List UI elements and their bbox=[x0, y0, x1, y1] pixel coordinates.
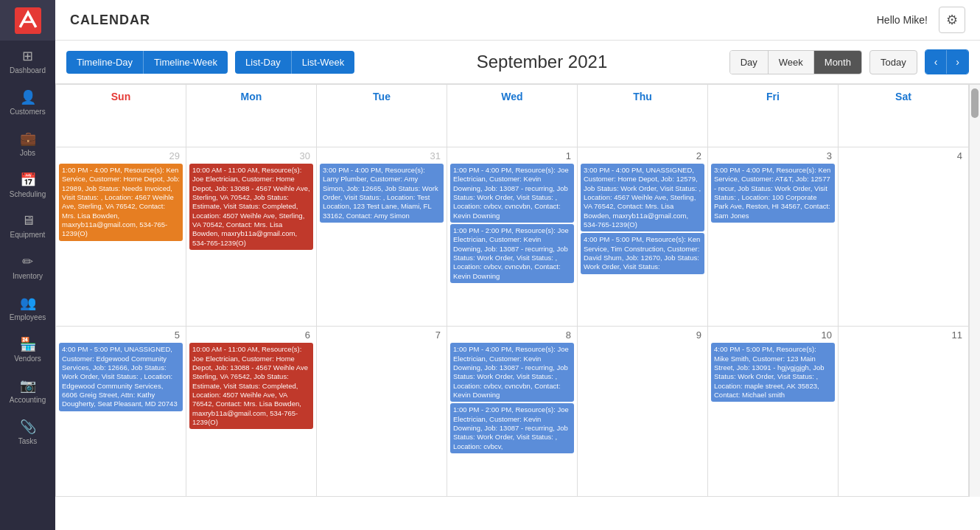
sidebar-item-jobs[interactable]: 💼 Jobs bbox=[0, 123, 55, 164]
next-button[interactable]: › bbox=[947, 50, 968, 74]
sidebar-label-accounting: Accounting bbox=[10, 396, 46, 404]
sidebar-label-dashboard: Dashboard bbox=[10, 66, 46, 74]
main-content: CALENDAR Hello Mike! ⚙ Timeline-Day Time… bbox=[55, 0, 980, 530]
list-week-button[interactable]: List-Week bbox=[292, 51, 355, 74]
event[interactable]: 10:00 AM - 11:00 AM, Resource(s): Joe El… bbox=[189, 164, 313, 250]
day-cell-1[interactable]: 1 1:00 PM - 4:00 PM, Resource(s): Joe El… bbox=[447, 147, 578, 327]
event[interactable]: 3:00 PM - 4:00 PM, UNASSIGNED, Customer:… bbox=[581, 164, 704, 231]
sidebar-label-tasks: Tasks bbox=[18, 437, 38, 445]
event[interactable]: 1:00 PM - 4:00 PM, Resource(s): Ken Serv… bbox=[59, 164, 183, 241]
employees-icon: 👥 bbox=[20, 295, 36, 311]
sidebar-item-employees[interactable]: 👥 Employees bbox=[0, 287, 55, 329]
day-cell-29[interactable]: 29 1:00 PM - 4:00 PM, Resource(s): Ken S… bbox=[56, 147, 186, 327]
day-num: 5 bbox=[59, 329, 183, 341]
day-header-tue: Tue bbox=[317, 85, 447, 147]
day-num: 8 bbox=[450, 329, 574, 341]
month-title: September 2021 bbox=[362, 52, 721, 72]
prev-button[interactable]: ‹ bbox=[925, 50, 948, 74]
day-cell-8[interactable]: 8 1:00 PM - 4:00 PM, Resource(s): Joe El… bbox=[447, 327, 578, 497]
day-cell-5[interactable]: 5 4:00 PM - 5:00 PM, UNASSIGNED, Custome… bbox=[56, 327, 186, 497]
day-num: 29 bbox=[59, 150, 183, 161]
timeline-week-button[interactable]: Timeline-Week bbox=[144, 51, 228, 74]
event[interactable]: 1:00 PM - 4:00 PM, Resource(s): Joe Elec… bbox=[450, 164, 574, 223]
header-right: Hello Mike! ⚙ bbox=[877, 7, 965, 33]
event[interactable]: 1:00 PM - 2:00 PM, Resource(s): Joe Elec… bbox=[450, 403, 574, 453]
day-header-sun: Sun bbox=[56, 85, 186, 147]
sidebar-label-inventory: Inventory bbox=[13, 272, 43, 280]
event[interactable]: 1:00 PM - 2:00 PM, Resource(s): Joe Elec… bbox=[450, 224, 574, 283]
day-header-thu: Thu bbox=[578, 85, 708, 147]
day-num: 1 bbox=[450, 150, 574, 161]
sidebar-item-customers[interactable]: 👤 Customers bbox=[0, 82, 55, 123]
day-num: 4 bbox=[841, 150, 965, 161]
day-num: 9 bbox=[581, 329, 704, 341]
day-num: 11 bbox=[841, 329, 965, 341]
sidebar-item-dashboard[interactable]: ⊞ Dashboard bbox=[0, 41, 55, 82]
equipment-icon: 🖥 bbox=[21, 213, 35, 229]
day-cell-7[interactable]: 7 bbox=[317, 327, 447, 497]
list-day-button[interactable]: List-Day bbox=[235, 51, 292, 74]
scrollbar[interactable] bbox=[969, 84, 980, 497]
day-cell-31[interactable]: 31 3:00 PM - 4:00 PM, Resource(s): Larry… bbox=[317, 147, 447, 327]
page-title: CALENDAR bbox=[70, 13, 150, 28]
day-cell-3[interactable]: 3 3:00 PM - 4:00 PM, Resource(s): Ken Se… bbox=[708, 147, 839, 327]
sidebar-label-employees: Employees bbox=[10, 313, 46, 321]
sidebar-label-equipment: Equipment bbox=[10, 231, 46, 239]
day-num: 31 bbox=[320, 150, 444, 161]
day-cell-10[interactable]: 10 4:00 PM - 5:00 PM, Resource(s): Mike … bbox=[708, 327, 839, 497]
sidebar-label-customers: Customers bbox=[10, 108, 45, 116]
view-month-button[interactable]: Month bbox=[814, 51, 861, 74]
sidebar-label-jobs: Jobs bbox=[20, 149, 35, 157]
event[interactable]: 4:00 PM - 5:00 PM, Resource(s): Mike Smi… bbox=[711, 343, 835, 402]
calendar-grid: Sun Mon Tue Wed Thu Fri Sat 29 1:00 PM -… bbox=[55, 84, 969, 497]
dashboard-icon: ⊞ bbox=[22, 48, 33, 64]
tasks-icon: 📎 bbox=[20, 419, 36, 435]
list-button-group: List-Day List-Week bbox=[235, 51, 354, 74]
calendar-outer: Sun Mon Tue Wed Thu Fri Sat 29 1:00 PM -… bbox=[55, 84, 980, 497]
day-cell-6[interactable]: 6 10:00 AM - 11:00 AM, Resource(s): Joe … bbox=[186, 327, 317, 497]
sidebar-item-tasks[interactable]: 📎 Tasks bbox=[0, 411, 55, 453]
sidebar-label-scheduling: Scheduling bbox=[10, 190, 46, 198]
day-cell-2[interactable]: 2 3:00 PM - 4:00 PM, UNASSIGNED, Custome… bbox=[578, 147, 708, 327]
day-header-wed: Wed bbox=[447, 85, 578, 147]
logo[interactable] bbox=[0, 0, 55, 41]
settings-button[interactable]: ⚙ bbox=[939, 7, 965, 33]
event[interactable]: 10:00 AM - 11:00 AM, Resource(s): Joe El… bbox=[189, 343, 313, 429]
event[interactable]: 4:00 PM - 5:00 PM, Resource(s): Ken Serv… bbox=[581, 233, 704, 273]
day-num: 7 bbox=[320, 329, 444, 341]
accounting-icon: 📷 bbox=[20, 377, 36, 394]
sidebar: ⊞ Dashboard 👤 Customers 💼 Jobs 📅 Schedul… bbox=[0, 0, 55, 530]
sidebar-label-vendors: Vendors bbox=[14, 355, 41, 363]
sidebar-item-scheduling[interactable]: 📅 Scheduling bbox=[0, 164, 55, 206]
timeline-day-button[interactable]: Timeline-Day bbox=[66, 51, 144, 74]
sidebar-item-vendors[interactable]: 🏪 Vendors bbox=[0, 329, 55, 370]
day-num: 10 bbox=[711, 329, 835, 341]
sidebar-item-accounting[interactable]: 📷 Accounting bbox=[0, 370, 55, 411]
day-num: 2 bbox=[581, 150, 704, 161]
customers-icon: 👤 bbox=[20, 89, 36, 105]
day-cell-30[interactable]: 30 10:00 AM - 11:00 AM, Resource(s): Joe… bbox=[186, 147, 317, 327]
event[interactable]: 1:00 PM - 4:00 PM, Resource(s): Joe Elec… bbox=[450, 343, 574, 402]
sidebar-item-equipment[interactable]: 🖥 Equipment bbox=[0, 206, 55, 246]
vendors-icon: 🏪 bbox=[20, 336, 36, 352]
day-header-mon: Mon bbox=[186, 85, 317, 147]
inventory-icon: ✏ bbox=[22, 254, 33, 270]
day-cell-11[interactable]: 11 bbox=[839, 327, 969, 497]
nav-button-group: ‹ › bbox=[925, 49, 969, 74]
view-week-button[interactable]: Week bbox=[769, 51, 814, 74]
scrollbar-thumb[interactable] bbox=[971, 88, 979, 118]
header: CALENDAR Hello Mike! ⚙ bbox=[55, 0, 980, 41]
calendar-main: Sun Mon Tue Wed Thu Fri Sat 29 1:00 PM -… bbox=[55, 84, 969, 497]
day-header-fri: Fri bbox=[708, 85, 839, 147]
event[interactable]: 3:00 PM - 4:00 PM, Resource(s): Ken Serv… bbox=[711, 164, 835, 223]
view-day-button[interactable]: Day bbox=[730, 51, 769, 74]
sidebar-item-inventory[interactable]: ✏ Inventory bbox=[0, 246, 55, 287]
day-cell-4[interactable]: 4 bbox=[839, 147, 969, 327]
today-button[interactable]: Today bbox=[869, 50, 917, 74]
event[interactable]: 3:00 PM - 4:00 PM, Resource(s): Larry Pl… bbox=[320, 164, 444, 223]
event[interactable]: 4:00 PM - 5:00 PM, UNASSIGNED, Customer:… bbox=[59, 343, 183, 411]
calendar: Sun Mon Tue Wed Thu Fri Sat 29 1:00 PM -… bbox=[55, 84, 980, 530]
day-cell-9[interactable]: 9 bbox=[578, 327, 708, 497]
day-num: 6 bbox=[189, 329, 313, 341]
day-header-sat: Sat bbox=[839, 85, 969, 147]
